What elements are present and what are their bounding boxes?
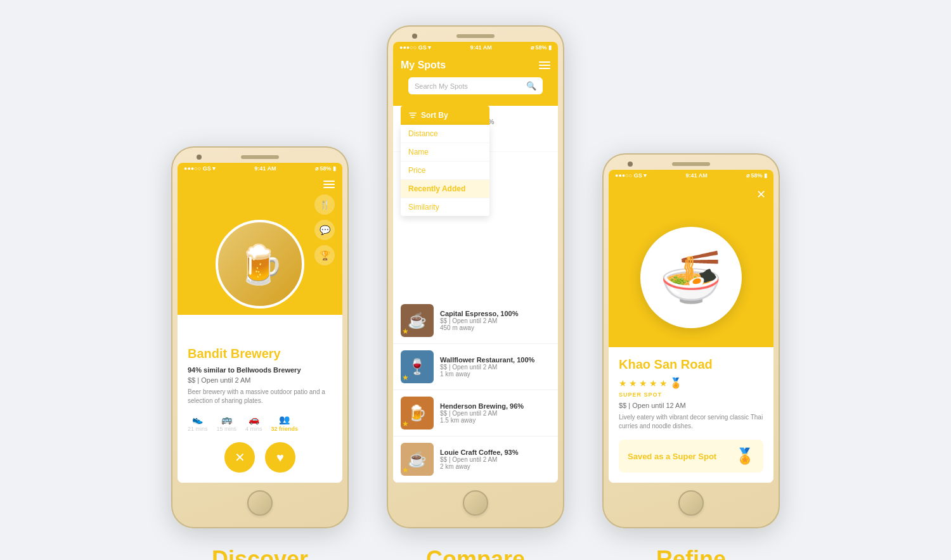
bowl-emoji: 🍜 xyxy=(659,248,723,307)
star-5: ★ xyxy=(659,378,668,388)
phone1-bottom xyxy=(178,490,342,516)
dropdown-header: Sort By xyxy=(401,106,489,125)
status-right-1: ⌀ 58% ▮ xyxy=(315,165,336,172)
phone1-shell: ●●●○○ GS ▾ 9:41 AM ⌀ 58% ▮ xyxy=(171,146,349,528)
search-icon-2: 🔍 xyxy=(526,81,536,91)
phone3-header: ✕ xyxy=(609,181,773,208)
spot-info-3: Henderson Brewing, 96% $$ | Open until 2… xyxy=(440,402,550,424)
time-3: 9:41 AM xyxy=(685,172,707,179)
close-button[interactable]: ✕ xyxy=(756,188,766,201)
phone1-label: Discover xyxy=(171,546,349,560)
spot-thumb-1: ☕ ★ xyxy=(401,304,434,337)
hamburger-menu-1[interactable] xyxy=(323,181,335,188)
battery-2: ⌀ 58% ▮ xyxy=(531,44,552,51)
speaker-2 xyxy=(456,34,495,38)
transport-bus: 🚌 15 mins xyxy=(217,414,237,432)
saved-text: Saved as a Super Spot xyxy=(628,452,716,461)
search-placeholder: Search My Spots xyxy=(415,82,522,90)
status-right-3: ⌀ 58% ▮ xyxy=(746,172,767,179)
speaker xyxy=(241,155,279,159)
transport-row: 👟 21 mins 🚌 15 mins 🚗 4 mins 👥 xyxy=(188,414,332,432)
sort-distance[interactable]: Distance xyxy=(401,125,489,143)
wifi-1: ▾ xyxy=(212,165,216,172)
status-left-2: ●●●○○ GS ▾ xyxy=(399,44,431,51)
search-area: Search My Spots 🔍 xyxy=(393,77,558,106)
search-bar[interactable]: Search My Spots 🔍 xyxy=(408,77,543,94)
cup-icon[interactable]: 🏆 xyxy=(314,245,335,265)
phone1-content: Bandit Brewery 94% similar to Bellwoods … xyxy=(178,315,342,483)
signal-3: ●●●○○ GS ▾ xyxy=(615,172,647,179)
car-icon: 🚗 xyxy=(249,414,259,424)
spot-item-4[interactable]: ☕ ★ Louie Craft Coffee, 93% $$ | Open un… xyxy=(393,436,558,483)
spot-thumb-2: 🍷 ★ xyxy=(401,350,434,383)
like-button[interactable]: ♥ xyxy=(265,442,295,473)
spot-thumb-4: ☕ ★ xyxy=(401,443,434,476)
venue-name-3: Khao San Road xyxy=(619,357,763,372)
spot-hours-4: $$ | Open until 2 AM xyxy=(440,456,550,463)
phone3-screen: ●●●○○ GS ▾ 9:41 AM ⌀ 58% ▮ ✕ 🍜 xyxy=(609,170,773,483)
battery-icon-1: ⌀ 58% ▮ xyxy=(315,165,336,172)
spot-dist-2: 1 km away xyxy=(440,371,550,378)
status-right-2: ⌀ 58% ▮ xyxy=(531,44,552,51)
hamburger-menu-2[interactable] xyxy=(539,61,550,69)
spot-hours-1: $$ | Open until 2 AM xyxy=(440,317,550,324)
phone2-shell: ●●●○○ GS ▾ 9:41 AM ⌀ 58% ▮ My Spots xyxy=(387,25,564,528)
phone-compare: ●●●○○ GS ▾ 9:41 AM ⌀ 58% ▮ My Spots xyxy=(387,25,564,560)
status-left-3: ●●●○○ GS ▾ xyxy=(615,172,647,179)
transport-walk: 👟 21 mins xyxy=(188,414,208,432)
venue-price-1: $$ | Open until 2 AM xyxy=(188,376,332,384)
status-bar-1: ●●●○○ GS ▾ 9:41 AM ⌀ 58% ▮ xyxy=(178,163,342,174)
spot-star-1: ★ xyxy=(402,327,409,336)
phone3-top xyxy=(609,162,773,166)
friends-icon: 👥 xyxy=(279,414,290,424)
signal-2: ●●●○○ GS ▾ xyxy=(399,44,431,51)
phone-refine: ●●●○○ GS ▾ 9:41 AM ⌀ 58% ▮ ✕ 🍜 xyxy=(602,153,780,560)
phone2-top xyxy=(393,34,558,38)
phone-discover: ●●●○○ GS ▾ 9:41 AM ⌀ 58% ▮ xyxy=(171,146,349,560)
spot-dist-3: 1.5 km away xyxy=(440,417,550,424)
my-spots-title: My Spots xyxy=(401,60,446,71)
super-spot-label: SUPER SPOT xyxy=(619,391,763,398)
spot-item-1[interactable]: ☕ ★ Capital Espresso, 100% $$ | Open unt… xyxy=(393,298,558,344)
walk-time: 21 mins xyxy=(188,426,208,432)
sort-name[interactable]: Name xyxy=(401,143,489,162)
phone1-top xyxy=(178,155,342,159)
saved-banner: Saved as a Super Spot 🏅 xyxy=(619,440,763,473)
award-star-icon: 🏅 xyxy=(670,377,682,389)
bus-icon: 🚌 xyxy=(221,414,232,424)
dismiss-button[interactable]: ✕ xyxy=(224,442,255,473)
bus-time: 15 mins xyxy=(217,426,237,432)
sort-price[interactable]: Price xyxy=(401,162,489,180)
phone1-screen: ●●●○○ GS ▾ 9:41 AM ⌀ 58% ▮ xyxy=(178,163,342,483)
venue-desc-1: Beer brewery with a massive outdoor pati… xyxy=(188,388,332,405)
phone3-bottom xyxy=(609,490,773,516)
sort-similarity[interactable]: Similarity xyxy=(401,198,489,216)
action-icons: 🍴 💬 🏆 xyxy=(314,194,335,265)
walk-icon: 👟 xyxy=(192,414,203,424)
phone3-label: Refine xyxy=(602,546,780,560)
venue-desc-3: Lively eatery with vibrant decor serving… xyxy=(619,413,763,431)
status-bar-3: ●●●○○ GS ▾ 9:41 AM ⌀ 58% ▮ xyxy=(609,170,773,181)
sort-dropdown: Sort By Distance Name Price Recently Add… xyxy=(401,106,489,216)
spot-item-2[interactable]: 🍷 ★ Wallflower Restaurant, 100% $$ | Ope… xyxy=(393,344,558,390)
home-button-3[interactable] xyxy=(678,490,704,516)
star-3: ★ xyxy=(639,378,647,388)
spot-list: 🍽️ Restaurant, 92% en until 12 AM away xyxy=(393,106,558,483)
phone3-content: Khao San Road ★ ★ ★ ★ ★ 🏅 SUPER SPOT $$ … xyxy=(609,347,773,483)
spot-name-1: Capital Espresso, 100% xyxy=(440,310,550,317)
home-button-2[interactable] xyxy=(463,490,488,516)
home-button-1[interactable] xyxy=(247,490,273,516)
phone3-food-area: 🍜 xyxy=(609,208,773,347)
spot-dist-1: 450 m away xyxy=(440,324,550,331)
camera-icon-3 xyxy=(628,162,633,167)
fork-knife-icon[interactable]: 🍴 xyxy=(314,194,335,215)
chat-icon[interactable]: 💬 xyxy=(314,220,335,240)
spot-hours-3: $$ | Open until 2 AM xyxy=(440,410,550,417)
sort-recently-added[interactable]: Recently Added xyxy=(401,180,489,198)
spot-item-3[interactable]: 🍺 ★ Henderson Brewing, 96% $$ | Open unt… xyxy=(393,390,558,436)
phone3-shell: ●●●○○ GS ▾ 9:41 AM ⌀ 58% ▮ ✕ 🍜 xyxy=(602,153,780,528)
status-left-1: ●●●○○ GS ▾ xyxy=(184,165,216,172)
transport-friends: 👥 32 friends xyxy=(271,414,299,432)
spot-thumb-3: 🍺 ★ xyxy=(401,397,434,430)
spot-hours-2: $$ | Open until 2 AM xyxy=(440,364,550,371)
